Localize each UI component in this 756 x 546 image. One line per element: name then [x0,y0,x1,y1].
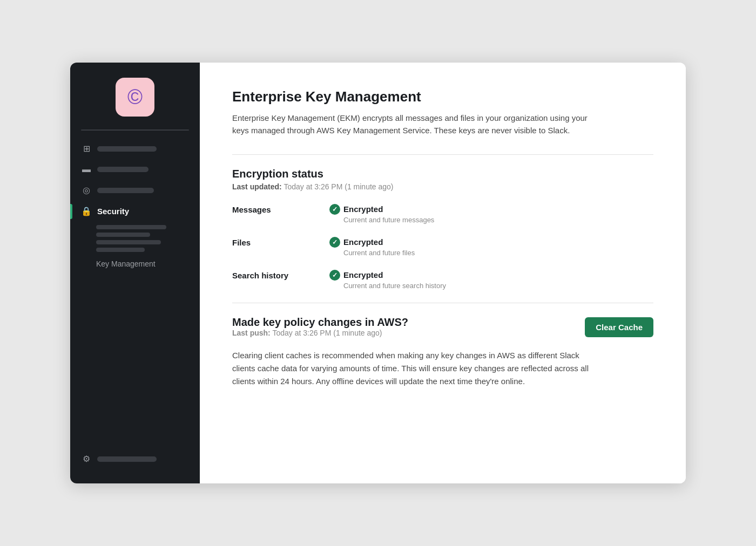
sub-item-bar-1 [96,225,166,229]
enc-sub-label-files: Current and future files [343,249,415,257]
enc-label-files: Files [232,237,329,247]
check-icon-files: ✓ [329,237,340,248]
encryption-row-files: Files ✓ Encrypted Current and future fil… [232,237,653,257]
billing-icon: ▬ [81,165,92,174]
sub-item-bar-4 [96,248,145,252]
check-icon-messages: ✓ [329,204,340,215]
sidebar-item-notifications[interactable]: ◎ [75,181,195,200]
settings-icon: ⚙ [81,454,92,464]
divider-1 [232,154,653,155]
sub-item-bar-3 [96,240,161,244]
sidebar-item-security-label: Security [97,207,129,216]
nav-label-bar-home [97,146,157,152]
enc-badge-files: ✓ Encrypted [329,237,415,248]
enc-label-messages: Messages [232,204,329,214]
encryption-row-messages: Messages ✓ Encrypted Current and future … [232,204,653,224]
notifications-icon: ◎ [81,185,92,195]
sidebar-item-security[interactable]: 🔒 Security [75,202,195,221]
security-icon: 🔒 [81,206,92,216]
encryption-status-heading: Encryption status [232,168,653,180]
logo-icon: © [127,86,143,109]
nav-label-bar-notifications [97,188,154,193]
encryption-table: Messages ✓ Encrypted Current and future … [232,204,653,290]
app-container: © ⊞ ▬ ◎ 🔒 Security [70,63,686,483]
clear-cache-button[interactable]: Clear Cache [585,317,653,337]
sidebar-bottom: ⚙ [70,445,200,473]
aws-header-left: Made key policy changes in AWS? Last pus… [232,316,408,347]
enc-badge-messages: ✓ Encrypted [329,204,434,215]
sidebar-item-key-management[interactable]: Key Management [75,256,195,271]
sub-item-bar-2 [96,233,150,237]
sidebar-item-home[interactable]: ⊞ [75,139,195,158]
enc-sub-label-search: Current and future search history [343,282,446,290]
sidebar-item-settings[interactable]: ⚙ [75,449,195,468]
encryption-last-updated: Last updated: Today at 3:26 PM (1 minute… [232,182,653,191]
logo-area: © [70,78,200,127]
sidebar-nav: ⊞ ▬ ◎ 🔒 Security [70,139,200,445]
aws-header: Made key policy changes in AWS? Last pus… [232,316,653,347]
aws-description: Clearing client caches is recommended wh… [232,349,599,388]
sidebar: © ⊞ ▬ ◎ 🔒 Security [70,63,200,483]
enc-status-files: ✓ Encrypted Current and future files [329,237,415,257]
enc-label-search: Search history [232,270,329,280]
main-content: Enterprise Key Management Enterprise Key… [200,63,686,483]
logo-box: © [116,78,154,117]
sidebar-item-billing[interactable]: ▬ [75,160,195,179]
enc-status-search: ✓ Encrypted Current and future search hi… [329,270,446,290]
page-description: Enterprise Key Management (EKM) encrypts… [232,112,599,137]
page-title: Enterprise Key Management [232,88,653,105]
security-sub-items [75,223,195,254]
enc-sub-label-messages: Current and future messages [343,216,434,224]
aws-last-push: Last push: Today at 3:26 PM (1 minute ag… [232,329,408,337]
nav-label-bar-settings [97,456,157,462]
enc-status-messages: ✓ Encrypted Current and future messages [329,204,434,224]
divider-2 [232,303,653,303]
aws-section: Made key policy changes in AWS? Last pus… [232,316,653,388]
home-icon: ⊞ [81,144,92,154]
check-icon-search: ✓ [329,270,340,281]
sidebar-top-divider [81,129,189,131]
encryption-row-search: Search history ✓ Encrypted Current and f… [232,270,653,290]
enc-badge-search: ✓ Encrypted [329,270,446,281]
nav-label-bar-billing [97,167,148,172]
aws-heading: Made key policy changes in AWS? [232,316,408,329]
